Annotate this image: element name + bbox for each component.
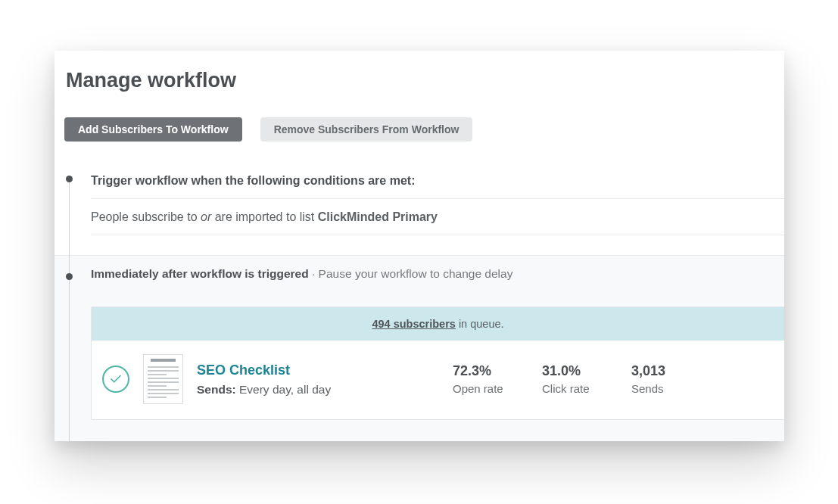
email-card-body: SEO Checklist Sends: Every day, all day … xyxy=(92,341,784,419)
sends-value: Every day, all day xyxy=(236,383,332,396)
stat-open-rate: 72.3% Open rate xyxy=(453,363,528,395)
trigger-text-mid: are imported to list xyxy=(211,210,318,223)
stat-click-rate: 31.0% Click rate xyxy=(542,363,618,395)
trigger-list-name: ClickMinded Primary xyxy=(318,210,438,223)
trigger-condition-row: People subscribe to or are imported to l… xyxy=(91,198,784,235)
document-thumbnail xyxy=(143,354,183,404)
trigger-text-pre: People subscribe to xyxy=(91,210,201,223)
stat-value: 31.0% xyxy=(542,363,618,379)
email-main: SEO Checklist Sends: Every day, all day xyxy=(197,362,439,397)
queue-suffix: in queue. xyxy=(456,318,504,330)
action-buttons: Add Subscribers To Workflow Remove Subsc… xyxy=(64,117,472,142)
email-title-link[interactable]: SEO Checklist xyxy=(197,362,439,378)
step-heading-rest: · Pause your workflow to change delay xyxy=(309,267,513,280)
remove-subscribers-button[interactable]: Remove Subscribers From Workflow xyxy=(260,117,473,142)
stat-label: Sends xyxy=(631,382,707,395)
queue-bar: 494 subscribers in queue. xyxy=(92,307,784,341)
stat-label: Click rate xyxy=(542,382,618,395)
trigger-heading: Trigger workflow when the following cond… xyxy=(91,169,784,198)
timeline-dot xyxy=(66,273,73,280)
queue-subscribers-link[interactable]: 494 subscribers xyxy=(372,318,455,330)
email-card: 494 subscribers in queue. SEO Checklist … xyxy=(91,306,784,420)
stat-value: 72.3% xyxy=(453,363,528,379)
step-header: Immediately after workflow is triggered … xyxy=(91,267,784,281)
trigger-text-or: or xyxy=(201,210,211,223)
trigger-section: Trigger workflow when the following cond… xyxy=(91,169,784,235)
stat-label: Open rate xyxy=(453,382,528,395)
stat-sends: 3,013 Sends xyxy=(631,363,707,395)
timeline-dot xyxy=(66,176,73,182)
workflow-panel: Manage workflow Add Subscribers To Workf… xyxy=(55,51,784,441)
step-heading-strong: Immediately after workflow is triggered xyxy=(91,267,309,280)
sends-label: Sends: xyxy=(197,383,236,396)
stat-value: 3,013 xyxy=(631,363,707,379)
checkmark-icon xyxy=(102,366,129,393)
add-subscribers-button[interactable]: Add Subscribers To Workflow xyxy=(64,117,242,142)
page-title: Manage workflow xyxy=(66,69,236,92)
timeline-line xyxy=(69,179,70,441)
